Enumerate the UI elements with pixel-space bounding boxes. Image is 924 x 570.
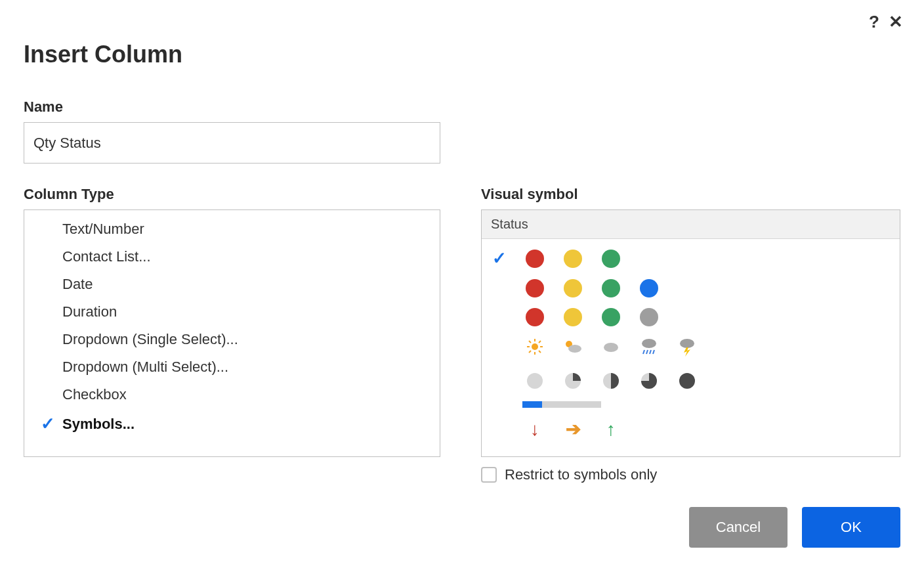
column-type-symbols[interactable]: ✓ Symbols... — [24, 408, 440, 439]
svg-line-5 — [529, 341, 531, 343]
svg-point-23 — [679, 373, 695, 389]
dialog-top-icons: ? ✕ — [869, 12, 903, 32]
pie-100-icon — [677, 371, 697, 391]
column-type-item-label: Contact List... — [62, 248, 151, 265]
check-icon: ✓ — [492, 248, 507, 269]
restrict-row: Restrict to symbols only — [481, 466, 900, 483]
check-icon: ✓ — [41, 414, 55, 434]
ok-button[interactable]: OK — [802, 507, 900, 548]
column-type-checkbox[interactable]: Checkbox — [24, 381, 440, 408]
symbol-group-weather[interactable] — [487, 337, 894, 361]
pie-50-icon — [601, 371, 621, 391]
partly-cloudy-icon — [563, 338, 583, 359]
symbol-group-rygb[interactable] — [487, 279, 894, 297]
green-dot-icon — [602, 250, 620, 268]
gray-dot-icon — [640, 308, 658, 326]
column-name-input[interactable] — [24, 122, 440, 164]
help-icon[interactable]: ? — [869, 12, 879, 32]
column-type-text-number[interactable]: Text/Number — [24, 215, 440, 243]
green-dot-icon — [602, 279, 620, 297]
symbol-group-pie[interactable] — [487, 371, 894, 391]
pie-25-icon — [563, 371, 583, 391]
svg-line-16 — [653, 350, 654, 354]
column-type-item-label: Symbols... — [62, 416, 135, 433]
cloud-icon — [601, 338, 621, 359]
rain-icon — [639, 337, 659, 361]
progress-bar-icon — [522, 401, 601, 408]
svg-line-14 — [646, 350, 648, 354]
visual-symbol-header: Status — [482, 210, 900, 239]
symbol-group-arrows[interactable]: ↓ ➔ ↑ — [487, 418, 894, 440]
yellow-dot-icon — [564, 250, 582, 268]
pie-75-icon — [639, 371, 659, 391]
svg-line-13 — [643, 350, 644, 354]
storm-icon — [677, 337, 697, 361]
column-type-item-label: Text/Number — [62, 221, 144, 238]
red-dot-icon — [526, 279, 544, 297]
arrow-up-icon: ↑ — [606, 419, 616, 440]
dialog-button-row: Cancel OK — [481, 507, 900, 548]
column-type-item-label: Dropdown (Single Select)... — [62, 331, 238, 348]
yellow-dot-icon — [564, 308, 582, 326]
svg-marker-18 — [684, 347, 690, 357]
svg-point-12 — [642, 339, 656, 348]
arrow-down-icon: ↓ — [530, 419, 539, 440]
arrow-right-icon: ➔ — [566, 418, 581, 440]
dialog-title: Insert Column — [24, 41, 900, 68]
checkmark-slot: ✓ — [33, 414, 62, 434]
column-type-item-label: Date — [62, 276, 93, 293]
column-type-duration[interactable]: Duration — [24, 298, 440, 326]
pie-0-icon — [525, 371, 545, 391]
column-type-item-label: Dropdown (Multi Select)... — [62, 359, 228, 376]
visual-symbol-label: Visual symbol — [481, 186, 900, 203]
red-dot-icon — [526, 250, 544, 268]
column-type-item-label: Duration — [62, 303, 117, 320]
visual-symbol-body: ✓ — [482, 239, 900, 460]
progress-fill — [522, 401, 542, 408]
svg-line-6 — [539, 351, 541, 353]
column-type-list: Text/Number Contact List... Date Duratio… — [24, 209, 440, 457]
column-type-dropdown-multi[interactable]: Dropdown (Multi Select)... — [24, 353, 440, 381]
column-type-date[interactable]: Date — [24, 271, 440, 298]
insert-column-dialog: ? ✕ Insert Column Name Column Type Text/… — [0, 0, 924, 570]
symbol-group-ryg-gray[interactable] — [487, 308, 894, 326]
close-icon[interactable]: ✕ — [889, 12, 903, 32]
checkmark-slot: ✓ — [490, 248, 509, 269]
cancel-button[interactable]: Cancel — [689, 507, 788, 548]
visual-symbol-panel: Status ✓ — [481, 209, 900, 457]
blue-dot-icon — [640, 279, 658, 297]
sun-icon — [526, 338, 543, 359]
svg-line-7 — [529, 351, 531, 353]
green-dot-icon — [602, 308, 620, 326]
symbol-group-ryg[interactable]: ✓ — [487, 248, 894, 269]
column-type-dropdown-single[interactable]: Dropdown (Single Select)... — [24, 326, 440, 353]
svg-line-8 — [539, 341, 541, 343]
name-label: Name — [24, 99, 900, 116]
svg-point-11 — [604, 343, 618, 352]
symbol-group-progress[interactable] — [487, 401, 894, 408]
svg-point-0 — [532, 343, 538, 350]
column-type-item-label: Checkbox — [62, 386, 127, 403]
column-type-contact-list[interactable]: Contact List... — [24, 243, 440, 271]
svg-point-19 — [527, 373, 543, 389]
svg-line-15 — [650, 350, 651, 354]
column-type-label: Column Type — [24, 186, 440, 203]
svg-point-10 — [568, 345, 581, 353]
svg-point-17 — [680, 339, 694, 348]
red-dot-icon — [526, 308, 544, 326]
yellow-dot-icon — [564, 279, 582, 297]
restrict-checkbox[interactable] — [481, 467, 497, 483]
restrict-label: Restrict to symbols only — [505, 466, 657, 483]
